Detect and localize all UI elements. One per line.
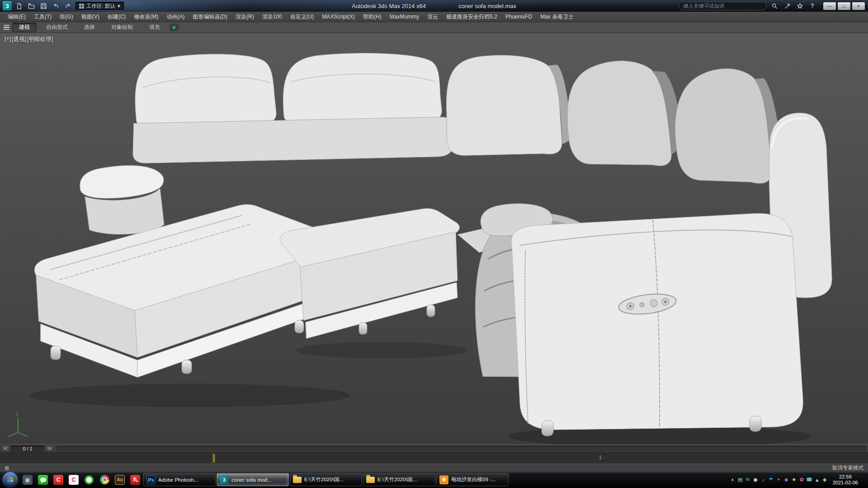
- workspace-label: 工作区: 默认: [86, 3, 115, 9]
- media-app-icon: [439, 475, 448, 484]
- menu-item-render100[interactable]: 渲染100: [258, 12, 286, 22]
- search-input[interactable]: [683, 3, 762, 9]
- maximize-button[interactable]: □: [837, 2, 851, 10]
- previous-frame-button[interactable]: <: [2, 446, 9, 452]
- track-bar-key-marker[interactable]: [212, 454, 215, 463]
- menu-item-rendering[interactable]: 渲染(R): [231, 12, 258, 22]
- undo-icon[interactable]: [51, 2, 61, 10]
- status-bar: ▦ 取消专家模式: [0, 464, 868, 471]
- star-icon[interactable]: [795, 2, 805, 10]
- tray-icon[interactable]: ★: [790, 474, 798, 485]
- tray-icon[interactable]: ☎: [806, 474, 813, 485]
- open-file-icon[interactable]: [27, 2, 36, 10]
- time-slider-frame-display[interactable]: 0 / 1: [11, 446, 44, 452]
- redo-icon[interactable]: [63, 2, 73, 10]
- wrench-icon[interactable]: [782, 2, 792, 10]
- menu-item-help[interactable]: 帮助(H): [359, 12, 386, 22]
- tray-icon[interactable]: ♪: [760, 474, 767, 485]
- audition-icon[interactable]: Au: [113, 473, 127, 487]
- menu-item-tools[interactable]: 工具(T): [30, 12, 56, 22]
- viewport-menu-view[interactable]: [透视]: [12, 36, 26, 43]
- taskbar: ▣ C C Au 丸 Ps Adobe Photosh... 3 coner s…: [0, 471, 868, 488]
- axis-z-label: Z: [15, 412, 19, 417]
- time-slider-track[interactable]: [57, 446, 866, 451]
- menu-item-group[interactable]: 组(G): [56, 12, 77, 22]
- perspective-viewport[interactable]: [+] [透视] [明暗处理]: [0, 33, 868, 444]
- search-icon[interactable]: [769, 2, 779, 10]
- system-tray: ∧ ▤ ✉ ◉ ♪ ☂ ✦ ◈ ★ ✿ ☎ ▲ ◆ 22:59 2021-02-…: [729, 474, 867, 486]
- start-button[interactable]: [3, 472, 18, 487]
- viewport-menu-plus[interactable]: [+]: [5, 36, 11, 43]
- taskbar-window-photoshop[interactable]: Ps Adobe Photosh...: [143, 473, 216, 486]
- taskbar-window-folder-2[interactable]: E:\天竹2020\国...: [363, 473, 435, 486]
- menu-item-modifiers[interactable]: 修改器(M): [130, 12, 162, 22]
- cancel-expert-mode-button[interactable]: 取消专家模式: [832, 465, 863, 471]
- ribbon-tab-modeling[interactable]: 建模: [12, 23, 37, 32]
- taskbar-window-sofa-doc[interactable]: 电动沙发白模09 -...: [436, 473, 509, 486]
- menu-item-maxscript[interactable]: MAXScript(X): [318, 12, 359, 22]
- menu-item-archive-plugin[interactable]: 极速瘦身安全归档5.2: [442, 12, 501, 22]
- tray-icon[interactable]: ◈: [783, 474, 790, 485]
- help-icon[interactable]: ?: [807, 2, 817, 10]
- tray-icon[interactable]: ✦: [775, 474, 783, 485]
- windows-flag-icon: [6, 476, 14, 484]
- tray-icon[interactable]: ◆: [821, 474, 829, 485]
- workspace-selector[interactable]: 工作区: 默认 ▾: [75, 2, 124, 10]
- viewport-menu-shading[interactable]: [明暗处理]: [27, 36, 53, 43]
- chrome-icon[interactable]: [97, 473, 112, 487]
- screen: Autodesk 3ds Max 2014 x64 coner sofa mod…: [0, 0, 868, 488]
- ribbon-overflow-icon[interactable]: [170, 24, 179, 31]
- ribbon-tab-populate[interactable]: 填充: [142, 23, 167, 32]
- ribbon-tab-object-paint[interactable]: 对象绘制: [104, 23, 140, 32]
- menu-item-customize[interactable]: 自定义(U): [286, 12, 318, 22]
- viewport-label: [+] [透视] [明暗处理]: [5, 36, 53, 43]
- minimize-button[interactable]: —: [823, 2, 836, 10]
- pinned-app-icon[interactable]: ▣: [20, 473, 35, 487]
- menu-item-views[interactable]: 视图(V): [77, 12, 104, 22]
- taskbar-window-folder-1[interactable]: E:\天竹2020\国...: [290, 473, 362, 486]
- new-scene-icon[interactable]: [14, 2, 24, 10]
- close-button[interactable]: ×: [852, 2, 865, 10]
- menu-item-phoenixfd[interactable]: PhoenixFD: [501, 12, 536, 22]
- track-bar[interactable]: 1: [0, 452, 868, 464]
- folder-icon: [293, 477, 302, 483]
- ribbon-tab-row: 建模 自由形式 选择 对象绘制 填充: [0, 22, 868, 33]
- taskbar-window-3dsmax[interactable]: 3 coner sofa mod...: [217, 473, 289, 486]
- wan-app-icon[interactable]: 丸: [128, 473, 142, 487]
- 3ds-max-icon: 3: [220, 475, 229, 484]
- viewport-canvas[interactable]: [0, 33, 868, 444]
- menu-item-edit[interactable]: 编辑(E): [4, 12, 30, 22]
- tray-icon[interactable]: ✿: [798, 474, 806, 485]
- tray-overflow-button[interactable]: ∧: [729, 474, 736, 485]
- menu-item-renderbus[interactable]: 渲云: [423, 12, 442, 22]
- tray-icon[interactable]: ▤: [736, 474, 744, 485]
- green-browser-icon[interactable]: [82, 473, 96, 487]
- ribbon-tab-selection[interactable]: 选择: [77, 23, 102, 32]
- menu-item-antivirus[interactable]: Max 杀毒卫士: [536, 12, 578, 22]
- sofa-model[interactable]: [29, 53, 832, 444]
- ribbon-menu-icon[interactable]: [4, 25, 9, 30]
- white-c-app-icon[interactable]: C: [66, 473, 81, 487]
- tray-icons: ▤ ✉ ◉ ♪ ☂ ✦ ◈ ★ ✿ ☎ ▲ ◆: [736, 474, 829, 485]
- wechat-icon[interactable]: [36, 473, 50, 487]
- menu-item-graph-editors[interactable]: 图形编辑器(D): [189, 12, 231, 22]
- 3ds-max-logo-icon[interactable]: 3: [3, 1, 12, 10]
- grid-snap-icon[interactable]: ▦: [5, 465, 9, 471]
- tray-icon[interactable]: ▲: [813, 474, 821, 485]
- titlebar: Autodesk 3ds Max 2014 x64 coner sofa mod…: [0, 0, 868, 12]
- search-box: [679, 2, 767, 10]
- red-c-app-icon[interactable]: C: [51, 473, 66, 487]
- menu-item-animation[interactable]: 动画(A): [162, 12, 189, 22]
- world-axis-gizmo: Z: [5, 411, 33, 439]
- next-frame-button[interactable]: >: [46, 446, 53, 452]
- taskbar-clock[interactable]: 22:59 2021-02-06: [829, 474, 862, 486]
- window-controls: — □ ×: [823, 2, 865, 10]
- tray-icon[interactable]: ◉: [752, 474, 760, 485]
- tray-icon[interactable]: ✉: [744, 474, 752, 485]
- tray-icon[interactable]: ☂: [767, 474, 775, 485]
- menu-item-maxmummy[interactable]: MaxMummy: [386, 12, 423, 22]
- ribbon-tab-freeform[interactable]: 自由形式: [39, 23, 75, 32]
- app-title: Autodesk 3ds Max 2014 x64: [352, 3, 426, 9]
- menu-item-create[interactable]: 创建(C): [104, 12, 130, 22]
- save-file-icon[interactable]: [39, 2, 48, 10]
